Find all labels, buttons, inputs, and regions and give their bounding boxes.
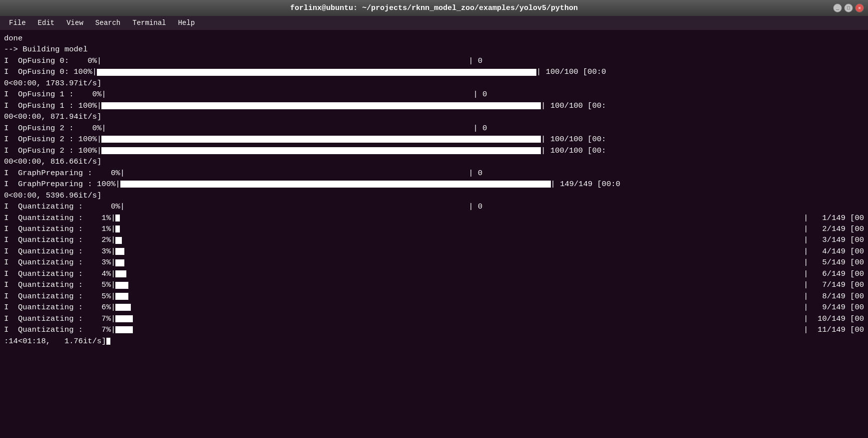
progress-bar-partial: [115, 225, 120, 232]
progress-label: I Quantizating : 4%|: [4, 268, 115, 279]
progress-bar-partial: [115, 326, 133, 333]
progress-suffix: | 4/149 [00: [794, 246, 864, 257]
menu-search[interactable]: Search: [90, 18, 125, 28]
titlebar: forlinx@ubuntu: ~/projects/rknn_model_zo…: [0, 0, 868, 16]
terminal-line: 0<00:00, 5396.96it/s]: [4, 190, 864, 201]
terminal-line: I Quantizating : 7%|| 11/149 [00: [4, 324, 864, 335]
terminal-line: I OpFusing 1 : 0%| | 0: [4, 89, 864, 100]
progress-label: I OpFusing 1 : 100%|: [4, 100, 101, 111]
terminal-line: I Quantizating : 6%|| 9/149 [00: [4, 302, 864, 313]
terminal-line: :14<01:18, 1.76it/s]: [4, 336, 864, 347]
terminal-line: 00<00:00, 871.94it/s]: [4, 111, 864, 122]
menu-help[interactable]: Help: [173, 18, 200, 28]
progress-bar-partial: [115, 259, 124, 266]
menu-view[interactable]: View: [61, 18, 88, 28]
terminal-line: I OpFusing 2 : 100%|| 100/100 [00:: [4, 145, 864, 156]
window-title: forlinx@ubuntu: ~/projects/rknn_model_zo…: [290, 4, 578, 12]
terminal-line: I Quantizating : 3%|| 5/149 [00: [4, 257, 864, 268]
terminal-line: I Quantizating : 7%|| 10/149 [00: [4, 313, 864, 324]
terminal-line: I OpFusing 1 : 100%|| 100/100 [00:: [4, 100, 864, 111]
progress-suffix: | 1/149 [00: [794, 213, 864, 223]
terminal-line: I Quantizating : 5%|| 7/149 [00: [4, 279, 864, 290]
terminal-line: I Quantizating : 1%|| 2/149 [00: [4, 223, 864, 234]
progress-label: I Quantizating : 5%|: [4, 291, 115, 302]
progress-label: I Quantizating : 5%|: [4, 279, 115, 290]
progress-label: I Quantizating : 1%|: [4, 223, 115, 234]
minimize-button[interactable]: _: [833, 3, 842, 12]
progress-suffix: | 9/149 [00: [794, 302, 864, 313]
terminal-line: I Quantizating : 0%| | 0: [4, 201, 864, 212]
progress-label: I Quantizating : 7%|: [4, 324, 115, 335]
terminal-output[interactable]: done--> Building modelI OpFusing 0: 0%| …: [0, 30, 868, 438]
progress-suffix: | 6/149 [00: [794, 268, 864, 279]
terminal-line: done: [4, 33, 864, 44]
progress-label: I GraphPreparing : 100%|: [4, 179, 120, 190]
terminal-line: I OpFusing 0: 100%|| 100/100 [00:0: [4, 66, 864, 77]
terminal-line: I GraphPreparing : 0%| | 0: [4, 168, 864, 179]
progress-suffix: | 100/100 [00:: [541, 100, 606, 111]
progress-label: I OpFusing 2 : 100%|: [4, 145, 101, 156]
progress-suffix: | 100/100 [00:: [541, 145, 606, 156]
close-button[interactable]: ✕: [855, 3, 864, 12]
progress-suffix: | 100/100 [00:: [541, 134, 606, 145]
progress-suffix: | 8/149 [00: [794, 291, 864, 302]
progress-label: I Quantizating : 6%|: [4, 302, 115, 313]
progress-label: I Quantizating : 3%|: [4, 246, 115, 257]
terminal-line: I OpFusing 0: 0%| | 0: [4, 55, 864, 66]
progress-bar: [120, 181, 551, 188]
menu-file[interactable]: File: [4, 18, 31, 28]
progress-suffix: | 100/100 [00:0: [536, 66, 606, 77]
progress-suffix: | 11/149 [00: [794, 324, 864, 335]
terminal-cursor: [106, 338, 110, 345]
progress-bar-partial: [115, 282, 128, 289]
progress-bar: [101, 102, 541, 109]
terminal-line: 00<00:00, 816.66it/s]: [4, 156, 864, 167]
terminal-line: --> Building model: [4, 44, 864, 55]
progress-suffix: | 7/149 [00: [794, 279, 864, 290]
terminal-line: I Quantizating : 5%|| 8/149 [00: [4, 291, 864, 302]
terminal-line: I Quantizating : 3%|| 4/149 [00: [4, 246, 864, 257]
terminal-line: I GraphPreparing : 100%|| 149/149 [00:0: [4, 179, 864, 190]
progress-bar-partial: [115, 304, 131, 311]
menu-edit[interactable]: Edit: [33, 18, 60, 28]
progress-bar: [97, 69, 536, 76]
progress-suffix: | 2/149 [00: [794, 223, 864, 234]
progress-bar: [101, 147, 541, 154]
terminal-line: I Quantizating : 4%|| 6/149 [00: [4, 268, 864, 279]
progress-bar-partial: [115, 293, 128, 300]
progress-suffix: | 149/149 [00:0: [551, 179, 621, 190]
progress-label: I OpFusing 2 : 100%|: [4, 134, 101, 145]
progress-bar-partial: [115, 270, 126, 277]
terminal-line: I Quantizating : 1%|| 1/149 [00: [4, 213, 864, 223]
progress-bar-partial: [115, 248, 124, 255]
terminal-line: I OpFusing 2 : 0%| | 0: [4, 123, 864, 134]
progress-suffix: | 10/149 [00: [794, 313, 864, 324]
maximize-button[interactable]: □: [844, 3, 853, 12]
menu-terminal[interactable]: Terminal: [127, 18, 171, 28]
terminal-line: I OpFusing 2 : 100%|| 100/100 [00:: [4, 134, 864, 145]
terminal-line: 0<00:00, 1783.97it/s]: [4, 78, 864, 89]
progress-label: I Quantizating : 1%|: [4, 213, 115, 223]
progress-suffix: | 3/149 [00: [794, 234, 864, 245]
terminal-line: I Quantizating : 2%|| 3/149 [00: [4, 234, 864, 245]
progress-bar-partial: [115, 215, 120, 221]
progress-label: I Quantizating : 7%|: [4, 313, 115, 324]
progress-bar-partial: [115, 237, 122, 244]
menubar: File Edit View Search Terminal Help: [0, 16, 868, 30]
progress-label: I Quantizating : 3%|: [4, 257, 115, 268]
progress-label: I OpFusing 0: 100%|: [4, 66, 97, 77]
progress-bar-partial: [115, 315, 133, 322]
progress-label: I Quantizating : 2%|: [4, 234, 115, 245]
terminal-window: forlinx@ubuntu: ~/projects/rknn_model_zo…: [0, 0, 868, 438]
window-controls: _ □ ✕: [833, 3, 864, 12]
progress-suffix: | 5/149 [00: [794, 257, 864, 268]
progress-bar: [101, 136, 541, 143]
